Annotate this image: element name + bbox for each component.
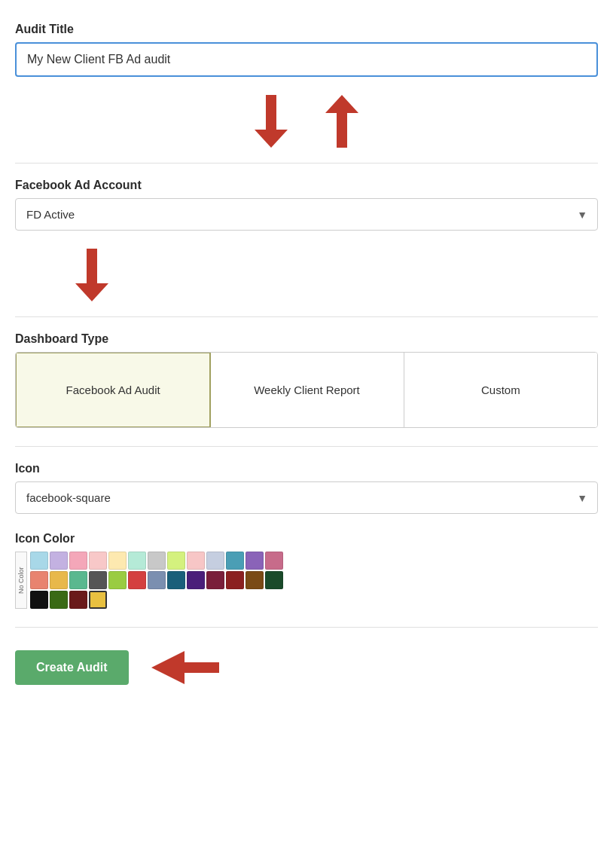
divider-4 xyxy=(15,627,598,628)
audit-title-input[interactable] xyxy=(15,42,598,77)
no-color-label: No Color xyxy=(15,552,27,609)
fb-account-select[interactable]: FD Active Account 2 Account 3 xyxy=(15,198,598,231)
dashboard-card-facebook-ad-audit[interactable]: Facebook Ad Audit xyxy=(15,352,211,428)
color-swatch[interactable] xyxy=(246,552,264,570)
dashboard-card-weekly-client-report[interactable]: Weekly Client Report xyxy=(210,353,404,427)
color-swatch[interactable] xyxy=(128,571,146,589)
color-swatch[interactable] xyxy=(265,552,283,570)
divider-2 xyxy=(15,316,598,317)
svg-marker-1 xyxy=(255,130,288,148)
color-swatch[interactable] xyxy=(69,591,87,609)
color-swatch[interactable] xyxy=(206,571,224,589)
icon-wrapper: facebook-square twitter-square instagram… xyxy=(15,481,598,514)
color-swatch[interactable] xyxy=(167,571,185,589)
dashboard-cards-container: Facebook Ad Audit Weekly Client Report C… xyxy=(15,352,598,428)
dashboard-type-label: Dashboard Type xyxy=(15,332,598,346)
arrow-account-to-dashboard xyxy=(75,249,598,301)
dashboard-card-custom[interactable]: Custom xyxy=(404,353,597,427)
divider-3 xyxy=(15,446,598,447)
fb-account-section: Facebook Ad Account FD Active Account 2 … xyxy=(15,179,598,231)
color-swatch[interactable] xyxy=(108,571,127,589)
color-swatch[interactable] xyxy=(128,552,146,570)
dashboard-card-label-facebook-ad-audit: Facebook Ad Audit xyxy=(66,384,160,396)
color-swatch-selected[interactable] xyxy=(89,591,107,609)
color-swatch[interactable] xyxy=(50,552,68,570)
divider-1 xyxy=(15,163,598,164)
dashboard-type-section: Dashboard Type Facebook Ad Audit Weekly … xyxy=(15,332,598,428)
color-swatch[interactable] xyxy=(69,552,87,570)
color-swatch[interactable] xyxy=(148,552,166,570)
color-swatches xyxy=(30,552,283,609)
svg-rect-0 xyxy=(266,95,276,130)
color-swatch[interactable] xyxy=(187,571,205,589)
color-swatch[interactable] xyxy=(206,552,224,570)
color-swatch[interactable] xyxy=(265,571,283,589)
color-swatch[interactable] xyxy=(30,552,48,570)
arrow-down-1 xyxy=(255,95,288,148)
dashboard-card-label-custom: Custom xyxy=(481,384,520,396)
color-swatch[interactable] xyxy=(148,571,166,589)
color-swatch[interactable] xyxy=(246,571,264,589)
color-swatch[interactable] xyxy=(226,552,244,570)
fb-account-wrapper: FD Active Account 2 Account 3 ▼ xyxy=(15,198,598,231)
form-container: Audit Title Facebook Ad Account FD Activ… xyxy=(15,23,598,685)
svg-rect-4 xyxy=(87,249,97,283)
color-swatch[interactable] xyxy=(30,591,48,609)
arrow-down-2 xyxy=(75,249,108,301)
dashboard-card-label-weekly-client-report: Weekly Client Report xyxy=(254,384,360,396)
color-swatch[interactable] xyxy=(226,571,244,589)
icon-label: Icon xyxy=(15,462,598,475)
color-swatch[interactable] xyxy=(108,552,127,570)
svg-rect-7 xyxy=(185,662,219,673)
arrows-title-to-account xyxy=(15,95,598,148)
audit-title-label: Audit Title xyxy=(15,23,598,36)
color-grid: No Color xyxy=(15,552,598,609)
icon-color-section: Icon Color No Color xyxy=(15,532,598,609)
arrow-up-1 xyxy=(325,95,358,148)
svg-marker-5 xyxy=(75,283,108,301)
color-swatch[interactable] xyxy=(89,552,107,570)
svg-marker-6 xyxy=(151,651,185,684)
icon-color-label: Icon Color xyxy=(15,532,598,546)
color-swatch[interactable] xyxy=(30,571,48,589)
color-swatch[interactable] xyxy=(89,571,107,589)
create-audit-button[interactable]: Create Audit xyxy=(15,650,129,685)
fb-account-label: Facebook Ad Account xyxy=(15,179,598,192)
color-swatch[interactable] xyxy=(69,571,87,589)
color-swatch[interactable] xyxy=(50,571,68,589)
icon-select[interactable]: facebook-square twitter-square instagram… xyxy=(15,481,598,514)
color-swatch[interactable] xyxy=(187,552,205,570)
svg-rect-3 xyxy=(337,113,347,148)
color-swatch[interactable] xyxy=(50,591,68,609)
color-swatch[interactable] xyxy=(167,552,185,570)
icon-section: Icon facebook-square twitter-square inst… xyxy=(15,462,598,514)
audit-title-section: Audit Title xyxy=(15,23,598,77)
create-area: Create Audit xyxy=(15,650,598,685)
arrow-left-icon xyxy=(151,651,219,684)
svg-marker-2 xyxy=(325,95,358,113)
